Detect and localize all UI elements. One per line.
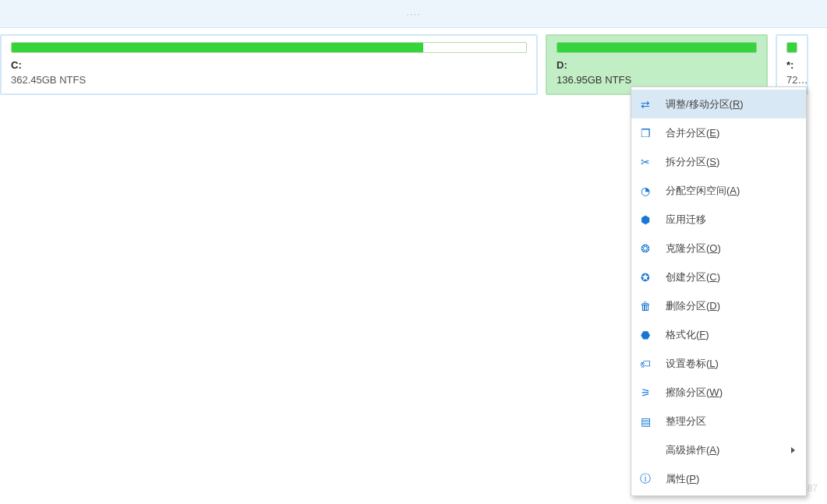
menu-item-1[interactable]: ❐合并分区(E) — [631, 118, 806, 147]
merge-icon: ❐ — [639, 127, 652, 139]
drive-info: 72… — [786, 74, 797, 86]
clone-icon: ❂ — [639, 242, 652, 255]
blank-icon — [639, 444, 652, 456]
menu-label: 属性(P) — [666, 472, 795, 486]
menu-item-10[interactable]: ⚞擦除分区(W) — [631, 378, 806, 407]
menu-item-6[interactable]: ✪创建分区(C) — [631, 263, 806, 291]
split-icon: ✂ — [639, 156, 652, 168]
menu-label: 应用迁移 — [666, 213, 795, 227]
menu-item-7[interactable]: 🗑删除分区(D) — [631, 291, 806, 320]
menu-label: 调整/移动分区(R) — [666, 97, 795, 111]
usage-bar — [11, 42, 527, 53]
menu-item-3[interactable]: ◔分配空闲空间(A) — [631, 176, 806, 205]
drive-letter: D: — [557, 59, 757, 71]
drive-info: 136.95GB NTFS — [557, 74, 757, 86]
info-icon: ⓘ — [639, 473, 652, 485]
menu-label: 整理分区 — [666, 414, 795, 428]
menu-item-5[interactable]: ❂克隆分区(O) — [631, 234, 806, 263]
create-icon: ✪ — [639, 271, 652, 284]
menu-label: 合并分区(E) — [666, 126, 795, 140]
defrag-icon: ▤ — [639, 415, 652, 428]
menu-item-0[interactable]: ⇄调整/移动分区(R) — [631, 90, 806, 118]
submenu-arrow-icon — [791, 447, 795, 453]
menu-label: 分配空闲空间(A) — [666, 184, 795, 198]
usage-fill — [787, 43, 797, 52]
allocate-icon: ◔ — [639, 185, 652, 197]
drive-info: 362.45GB NTFS — [11, 74, 527, 86]
label-icon: 🏷 — [639, 358, 652, 370]
menu-item-13[interactable]: ⓘ属性(P) — [631, 464, 806, 493]
partition-C[interactable]: C:362.45GB NTFS — [0, 34, 538, 95]
menu-item-8[interactable]: ⬣格式化(F) — [631, 320, 806, 349]
menu-label: 格式化(F) — [666, 328, 795, 342]
format-icon: ⬣ — [639, 329, 652, 341]
menu-label: 克隆分区(O) — [666, 241, 795, 256]
context-menu: ⇄调整/移动分区(R)❐合并分区(E)✂拆分分区(S)◔分配空闲空间(A)⬢应用… — [631, 86, 807, 496]
usage-fill — [12, 43, 423, 52]
menu-label: 创建分区(C) — [666, 270, 795, 284]
top-bar: ···· — [0, 0, 827, 28]
resize-icon: ⇄ — [639, 98, 652, 111]
usage-bar — [786, 42, 797, 53]
menu-label: 高级操作(A) — [666, 443, 791, 457]
wipe-icon: ⚞ — [639, 386, 652, 399]
menu-label: 拆分分区(S) — [666, 155, 795, 169]
drive-letter: C: — [11, 59, 527, 71]
menu-label: 设置卷标(L) — [666, 357, 795, 371]
menu-item-9[interactable]: 🏷设置卷标(L) — [631, 349, 806, 378]
menu-item-4[interactable]: ⬢应用迁移 — [631, 205, 806, 234]
usage-bar — [557, 42, 757, 53]
menu-label: 删除分区(D) — [666, 299, 795, 313]
menu-item-11[interactable]: ▤整理分区 — [631, 407, 806, 435]
menu-item-12[interactable]: 高级操作(A) — [631, 435, 806, 464]
menu-item-2[interactable]: ✂拆分分区(S) — [631, 147, 806, 176]
usage-fill — [557, 43, 756, 52]
menu-label: 擦除分区(W) — [666, 386, 795, 400]
drive-letter: *: — [786, 59, 797, 71]
grip-indicator: ···· — [406, 8, 420, 19]
delete-icon: 🗑 — [639, 300, 652, 312]
migrate-icon: ⬢ — [639, 213, 652, 226]
